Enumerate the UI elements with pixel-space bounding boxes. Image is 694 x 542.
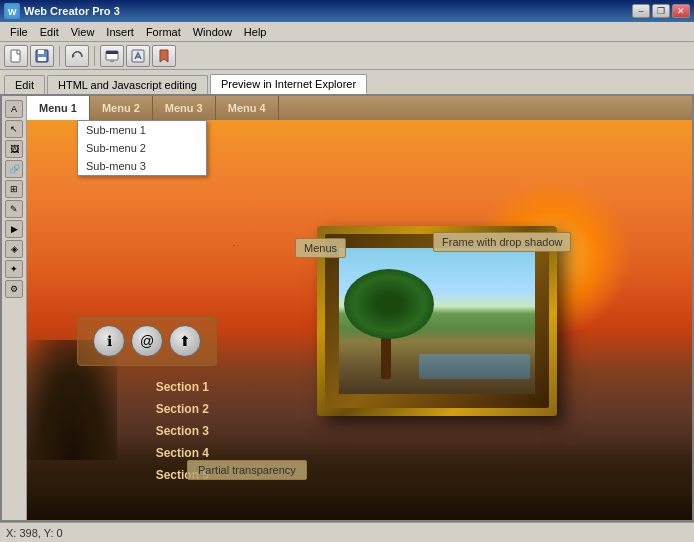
partial-transparency-label: Partial transparency xyxy=(187,460,307,480)
svg-rect-5 xyxy=(38,57,46,61)
sidebar-select-tool[interactable]: ↖ xyxy=(5,120,23,138)
toolbar-publish[interactable] xyxy=(126,45,150,67)
frame-image xyxy=(339,248,535,394)
tab-edit[interactable]: Edit xyxy=(4,75,45,94)
toolbar-save[interactable] xyxy=(30,45,54,67)
menu-view[interactable]: View xyxy=(65,24,101,40)
status-bar: X: 398, Y: 0 xyxy=(0,522,694,542)
canvas-menu-2[interactable]: Menu 2 xyxy=(90,96,153,120)
canvas-menu-4[interactable]: Menu 4 xyxy=(216,96,279,120)
sidebar-text-tool[interactable]: A xyxy=(5,100,23,118)
menu-help[interactable]: Help xyxy=(238,24,273,40)
minimize-button[interactable]: – xyxy=(632,4,650,18)
tab-bar: Edit HTML and Javascript editing Preview… xyxy=(0,70,694,94)
toolbar-sep-1 xyxy=(59,46,60,66)
frame-label-box: Frame with drop shadow xyxy=(433,232,571,252)
photo-frame[interactable] xyxy=(317,226,557,416)
tab-preview-ie[interactable]: Preview in Internet Explorer xyxy=(210,74,367,94)
svg-rect-2 xyxy=(11,50,20,62)
sidebar-image-tool[interactable]: 🖼 xyxy=(5,140,23,158)
menu-bar: File Edit View Insert Format Window Help xyxy=(0,22,694,42)
canvas-menu-3[interactable]: Menu 3 xyxy=(153,96,216,120)
title-bar: W Web Creator Pro 3 – ❐ ✕ xyxy=(0,0,694,22)
app-icon: W xyxy=(4,3,20,19)
main-area: A ↖ 🖼 🔗 ⊞ ✎ ▶ ◈ ✦ ⚙ Menu 1 Menu 2 Menu 3… xyxy=(0,94,694,522)
tab-html-js[interactable]: HTML and Javascript editing xyxy=(47,75,208,94)
info-icon-button[interactable]: ℹ xyxy=(93,325,125,357)
restore-button[interactable]: ❐ xyxy=(652,4,670,18)
toolbar xyxy=(0,42,694,70)
sidebar-effect-tool[interactable]: ✦ xyxy=(5,260,23,278)
menu-insert[interactable]: Insert xyxy=(100,24,140,40)
menus-label-box: Menus xyxy=(295,238,346,258)
sidebar-settings-tool[interactable]: ⚙ xyxy=(5,280,23,298)
status-text: X: 398, Y: 0 xyxy=(6,527,63,539)
sidebar-form-tool[interactable]: ✎ xyxy=(5,200,23,218)
svg-rect-9 xyxy=(110,61,114,62)
menu-format[interactable]: Format xyxy=(140,24,187,40)
section-1[interactable]: Section 1 xyxy=(77,376,217,398)
app-title: Web Creator Pro 3 xyxy=(24,5,120,17)
sidebar-link-tool[interactable]: 🔗 xyxy=(5,160,23,178)
frame-inner xyxy=(325,234,549,408)
toolbar-sep-2 xyxy=(94,46,95,66)
sidebar-widget-tool[interactable]: ◈ xyxy=(5,240,23,258)
canvas-area: Menu 1 Menu 2 Menu 3 Menu 4 Sub-menu 1 S… xyxy=(27,96,692,520)
sidebar-media-tool[interactable]: ▶ xyxy=(5,220,23,238)
toolbar-new[interactable] xyxy=(4,45,28,67)
submenu-3[interactable]: Sub-menu 3 xyxy=(78,157,206,175)
toolbar-preview[interactable] xyxy=(100,45,124,67)
toolbar-bookmark[interactable] xyxy=(152,45,176,67)
sidebar-table-tool[interactable]: ⊞ xyxy=(5,180,23,198)
up-icon-button[interactable]: ⬆ xyxy=(169,325,201,357)
menu-edit[interactable]: Edit xyxy=(34,24,65,40)
svg-rect-4 xyxy=(38,50,44,54)
panel-icons: ℹ @ ⬆ xyxy=(78,317,216,365)
section-2[interactable]: Section 2 xyxy=(77,398,217,420)
submenu-2[interactable]: Sub-menu 2 xyxy=(78,139,206,157)
dropdown-menu: Sub-menu 1 Sub-menu 2 Sub-menu 3 xyxy=(77,120,207,176)
menu-file[interactable]: File xyxy=(4,24,34,40)
menu-window[interactable]: Window xyxy=(187,24,238,40)
section-3[interactable]: Section 3 xyxy=(77,420,217,442)
frame-outer xyxy=(317,226,557,416)
svg-rect-8 xyxy=(106,51,118,54)
submenu-1[interactable]: Sub-menu 1 xyxy=(78,121,206,139)
window-controls: – ❐ ✕ xyxy=(632,4,690,18)
left-sidebar: A ↖ 🖼 🔗 ⊞ ✎ ▶ ◈ ✦ ⚙ xyxy=(2,96,27,520)
svg-text:W: W xyxy=(8,7,17,17)
toolbar-undo[interactable] xyxy=(65,45,89,67)
close-button[interactable]: ✕ xyxy=(672,4,690,18)
canvas-menu-1[interactable]: Menu 1 xyxy=(27,96,90,120)
at-icon-button[interactable]: @ xyxy=(131,325,163,357)
canvas-menu-bar: Menu 1 Menu 2 Menu 3 Menu 4 xyxy=(27,96,692,120)
canvas-panel: ℹ @ ⬆ xyxy=(77,316,217,366)
